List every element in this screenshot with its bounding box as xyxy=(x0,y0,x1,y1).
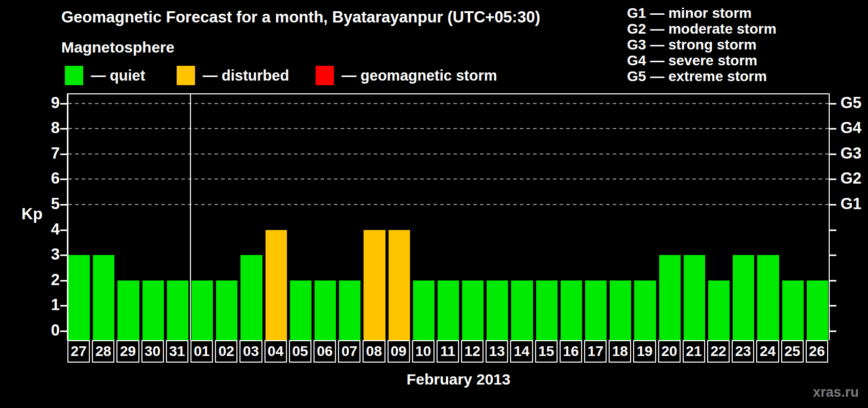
kp-bar-day-07 xyxy=(339,280,360,340)
kp-bar-day-24 xyxy=(757,255,779,340)
legend-item-disturbed: — disturbed xyxy=(177,66,289,85)
day-label-cell: 09 xyxy=(388,340,410,363)
geomagnetic-forecast-chart: Geomagnetic Forecast for a month, Byatar… xyxy=(0,0,868,408)
day-label-cell: 19 xyxy=(633,340,656,363)
kp-bar-day-18 xyxy=(610,280,631,340)
y-tick-left-2 xyxy=(60,280,67,282)
y-tick-right-6 xyxy=(830,178,836,180)
legend-item-storm: — geomagnetic storm xyxy=(316,66,497,85)
right-axis-label-g2: G2 xyxy=(840,170,861,188)
y-tick-left-6 xyxy=(60,178,67,180)
day-label-cell: 10 xyxy=(412,340,435,363)
kp-bar-day-31 xyxy=(167,280,188,340)
gridline-kp5 xyxy=(68,204,829,205)
kp-bar-day-05 xyxy=(290,280,311,340)
kp-bar-day-08 xyxy=(364,230,385,340)
kp-bar-day-04 xyxy=(266,230,287,340)
y-tick-right-5 xyxy=(830,204,836,206)
kp-bar-day-11 xyxy=(438,280,459,340)
day-label-cell: 08 xyxy=(363,340,385,363)
magnetosphere-legend-title: Magnetosphere xyxy=(61,39,175,56)
y-tick-label-6: 6 xyxy=(0,170,60,188)
day-label-cell: 13 xyxy=(486,340,508,363)
day-label-cell: 21 xyxy=(683,340,705,363)
storm-scale-item-g4: G4 — severe storm xyxy=(627,53,777,68)
day-label-cell: 29 xyxy=(116,340,139,363)
legend-label-quiet: — quiet xyxy=(91,67,145,84)
storm-scale-item-g2: G2 — moderate storm xyxy=(627,21,777,37)
y-tick-label-1: 1 xyxy=(0,296,60,315)
y-tick-left-3 xyxy=(60,254,67,256)
kp-bar-day-21 xyxy=(684,255,705,340)
day-label-cell: 18 xyxy=(609,340,631,363)
right-axis-label-g5: G5 xyxy=(840,94,861,112)
quiet-color-swatch xyxy=(65,66,83,85)
storm-scale-item-g5: G5 — extreme storm xyxy=(627,68,777,84)
y-tick-right-8 xyxy=(830,128,836,130)
day-label-cell: 11 xyxy=(437,340,459,363)
kp-bar-day-03 xyxy=(240,255,262,340)
gridline-kp6 xyxy=(68,178,829,180)
y-tick-label-5: 5 xyxy=(0,195,60,213)
y-tick-left-0 xyxy=(60,330,67,332)
y-tick-right-3 xyxy=(830,254,836,256)
kp-bar-day-17 xyxy=(585,280,607,340)
y-tick-right-4 xyxy=(830,230,836,231)
y-tick-label-9: 9 xyxy=(0,94,60,112)
gridline-kp9 xyxy=(68,103,829,104)
kp-bar-day-23 xyxy=(733,255,754,340)
storm-color-swatch xyxy=(316,66,334,85)
kp-bar-day-22 xyxy=(708,280,730,340)
day-label-cell: 24 xyxy=(756,340,779,363)
kp-bar-day-15 xyxy=(536,280,558,340)
kp-bar-day-16 xyxy=(561,280,582,340)
y-tick-right-7 xyxy=(830,154,836,155)
right-axis-line xyxy=(829,93,830,340)
kp-bar-day-27 xyxy=(68,255,90,340)
kp-bar-day-14 xyxy=(511,280,533,340)
kp-bar-day-30 xyxy=(142,280,164,340)
day-label-cell: 12 xyxy=(461,340,484,363)
storm-scale-legend: G1 — minor storm G2 — moderate storm G3 … xyxy=(627,5,777,84)
kp-bar-day-10 xyxy=(413,280,435,340)
kp-bar-day-01 xyxy=(191,280,213,340)
day-label-cell: 22 xyxy=(707,340,730,363)
month-separator-line xyxy=(190,93,191,340)
x-axis-day-labels: 2728293031010203040506070809101112131415… xyxy=(67,340,830,364)
day-label-cell: 20 xyxy=(658,340,681,363)
y-tick-label-4: 4 xyxy=(0,220,60,239)
kp-bar-day-28 xyxy=(93,255,114,340)
day-label-cell: 28 xyxy=(92,340,114,363)
day-label-cell: 07 xyxy=(338,340,360,363)
day-label-cell: 31 xyxy=(166,340,188,363)
x-axis-title: February 2013 xyxy=(406,371,510,388)
kp-bar-day-25 xyxy=(782,280,804,340)
y-tick-label-7: 7 xyxy=(0,144,60,163)
day-label-cell: 25 xyxy=(781,340,804,363)
day-label-cell: 14 xyxy=(510,340,533,363)
kp-bar-day-20 xyxy=(659,255,681,340)
right-axis-label-g4: G4 xyxy=(840,119,861,137)
gridline-kp7 xyxy=(68,154,829,155)
y-tick-label-0: 0 xyxy=(0,321,60,340)
right-axis-label-g1: G1 xyxy=(840,195,861,213)
day-label-cell: 17 xyxy=(584,340,607,363)
right-axis-label-g3: G3 xyxy=(840,144,861,163)
y-tick-right-9 xyxy=(830,103,836,105)
y-tick-left-9 xyxy=(60,103,67,105)
day-label-cell: 16 xyxy=(560,340,582,363)
storm-scale-item-g3: G3 — strong storm xyxy=(627,37,777,53)
day-label-cell: 02 xyxy=(215,340,237,363)
plot-area xyxy=(67,93,830,340)
y-tick-left-8 xyxy=(60,128,67,130)
y-tick-label-3: 3 xyxy=(0,245,60,264)
kp-bar-day-19 xyxy=(634,280,656,340)
day-label-cell: 30 xyxy=(141,340,164,363)
kp-bar-day-09 xyxy=(389,230,410,340)
plot-top-border xyxy=(67,93,830,94)
kp-bar-day-12 xyxy=(462,280,484,340)
day-label-cell: 15 xyxy=(535,340,558,363)
legend-item-quiet: — quiet xyxy=(65,66,145,85)
y-tick-left-4 xyxy=(60,230,67,231)
y-tick-label-8: 8 xyxy=(0,119,60,137)
